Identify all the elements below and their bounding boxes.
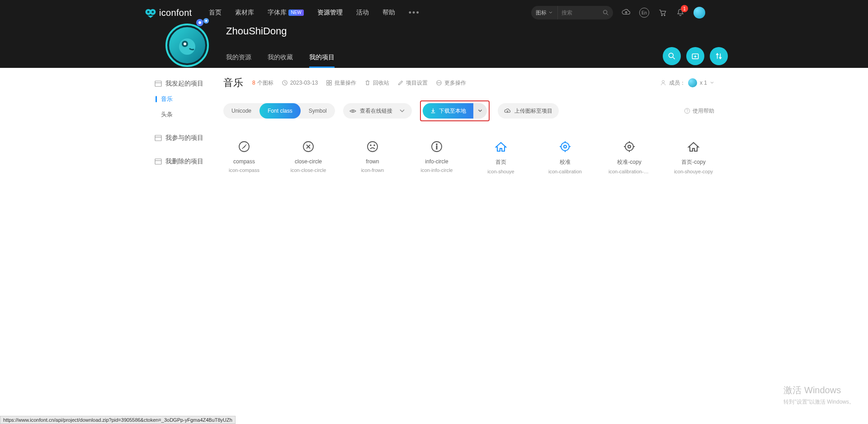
profile-avatar[interactable] <box>165 24 209 67</box>
recycle-bin-button[interactable]: 回收站 <box>364 79 389 87</box>
icon-code: icon-calibration-c... <box>609 169 650 174</box>
profile-tab-2[interactable]: 我的项目 <box>309 53 335 68</box>
project-settings-button[interactable]: 项目设置 <box>397 79 428 87</box>
icon-cell-6[interactable]: 校准-copyicon-calibration-c... <box>609 138 650 174</box>
more-menu-button[interactable]: ••• <box>409 8 420 18</box>
header: iconfont 首页素材库字体库NEW资源管理活动帮助••• 图标 <box>0 0 868 68</box>
sidebar-group-started[interactable]: 我发起的项目 <box>154 76 216 91</box>
search-box[interactable]: 图标 <box>531 6 613 19</box>
download-dropdown-button[interactable] <box>473 103 487 119</box>
float-search-button[interactable] <box>663 47 681 65</box>
logo[interactable]: iconfont <box>145 7 192 19</box>
nav-item-2[interactable]: 字体库NEW <box>268 9 303 17</box>
more-actions-button[interactable]: 更多操作 <box>436 79 466 87</box>
compass-icon <box>235 138 253 156</box>
chevron-down-icon <box>710 81 714 85</box>
member-avatar <box>688 78 697 87</box>
svg-rect-20 <box>155 135 161 141</box>
svg-rect-18 <box>155 81 161 86</box>
svg-point-6 <box>661 15 663 16</box>
nav-item-1[interactable]: 素材库 <box>235 9 254 17</box>
project-members[interactable]: 成员： x 1 <box>660 78 714 87</box>
user-avatar[interactable] <box>693 7 705 19</box>
view-online-button[interactable]: 查看在线链接 <box>343 103 412 119</box>
help-link[interactable]: 使用帮助 <box>684 107 714 115</box>
home-icon <box>684 138 703 156</box>
svg-point-45 <box>561 143 569 151</box>
svg-point-7 <box>664 15 665 16</box>
segment-unicode[interactable]: Unicode <box>223 103 259 119</box>
icon-cell-2[interactable]: frownicon-frown <box>352 138 393 174</box>
close-circle-icon <box>299 138 317 156</box>
icon-cell-7[interactable]: 首页-copyicon-shouye-copy <box>673 138 714 174</box>
icon-cell-5[interactable]: 校准icon-calibration <box>544 138 586 174</box>
download-highlight-box: 下载至本地 <box>420 100 490 121</box>
home-icon <box>492 138 510 156</box>
search-icon <box>602 9 609 16</box>
icon-count: 8个图标 <box>252 79 274 87</box>
sidebar-group-deleted[interactable]: 我删除的项目 <box>154 154 216 169</box>
user-icon <box>660 80 666 86</box>
upload-cloud-button[interactable] <box>621 8 631 18</box>
icon-cell-4[interactable]: 首页icon-shouye <box>480 138 522 174</box>
segment-symbol[interactable]: Symbol <box>301 103 335 119</box>
icon-grid: compassicon-compassclose-circleicon-clos… <box>223 138 714 174</box>
svg-rect-26 <box>330 81 331 82</box>
search-button[interactable] <box>599 9 613 16</box>
icon-cell-1[interactable]: close-circleicon-close-circle <box>288 138 329 174</box>
nav-item-3[interactable]: 资源管理 <box>317 9 343 17</box>
avatar-character-icon <box>175 33 199 57</box>
sidebar-project-0[interactable]: 音乐 <box>154 91 216 107</box>
icon-code: icon-calibration <box>548 169 582 174</box>
icon-code: icon-compass <box>229 167 259 173</box>
batch-action-button[interactable]: 批量操作 <box>326 79 356 87</box>
download-local-button[interactable]: 下载至本地 <box>423 103 473 119</box>
svg-point-12 <box>179 38 195 55</box>
svg-point-10 <box>198 21 201 24</box>
logo-text: iconfont <box>159 8 192 18</box>
icon-cell-3[interactable]: info-circleicon-info-circle <box>416 138 458 174</box>
nav-item-5[interactable]: 帮助 <box>382 9 395 17</box>
sidebar-project-1[interactable]: 头条 <box>154 107 216 122</box>
sidebar: 我发起的项目 音乐头条 我参与的项目 我删除的项目 <box>154 76 221 177</box>
svg-rect-27 <box>327 83 329 85</box>
icon-code: icon-info-circle <box>421 167 453 173</box>
nav-item-4[interactable]: 活动 <box>356 9 369 17</box>
float-sort-button[interactable] <box>710 47 728 65</box>
search-input[interactable] <box>558 10 599 16</box>
main-nav: 首页素材库字体库NEW资源管理活动帮助••• <box>209 8 420 18</box>
notification-button[interactable]: 1 <box>675 8 685 18</box>
logo-icon <box>145 7 156 19</box>
search-icon <box>667 52 676 61</box>
project-icon <box>155 134 162 142</box>
profile-tab-0[interactable]: 我的资源 <box>226 53 251 68</box>
language-button[interactable]: En <box>639 8 649 18</box>
sidebar-group-joined[interactable]: 我参与的项目 <box>154 130 216 146</box>
more-icon <box>436 80 442 86</box>
cart-button[interactable] <box>657 8 667 18</box>
upload-icon-button[interactable]: 上传图标至项目 <box>498 103 559 119</box>
float-add-button[interactable] <box>686 47 704 65</box>
icon-cell-0[interactable]: compassicon-compass <box>223 138 265 174</box>
svg-rect-44 <box>436 146 437 149</box>
icon-code: icon-frown <box>361 167 384 173</box>
frown-icon <box>363 138 382 156</box>
project-header: 音乐 8个图标 2023-03-13 批量操作 回收站 项目设置 更多操作 成员… <box>223 76 714 90</box>
profile-tab-1[interactable]: 我的收藏 <box>268 53 293 68</box>
target-icon <box>556 138 574 156</box>
folder-plus-icon <box>691 52 700 61</box>
svg-point-2 <box>147 11 150 13</box>
svg-point-32 <box>440 82 440 83</box>
new-badge: NEW <box>288 10 303 16</box>
svg-rect-25 <box>327 81 329 82</box>
icon-label: 校准 <box>560 158 571 166</box>
main-content: 音乐 8个图标 2023-03-13 批量操作 回收站 项目设置 更多操作 成员… <box>221 76 714 177</box>
svg-point-46 <box>564 145 566 148</box>
icon-label: close-circle <box>295 158 322 165</box>
search-type-select[interactable]: 图标 <box>531 6 558 19</box>
icon-label: info-circle <box>425 158 448 165</box>
svg-point-36 <box>687 112 687 113</box>
question-icon <box>684 108 690 114</box>
icon-code: icon-close-circle <box>291 167 326 173</box>
segment-font-class[interactable]: Font class <box>259 103 301 119</box>
